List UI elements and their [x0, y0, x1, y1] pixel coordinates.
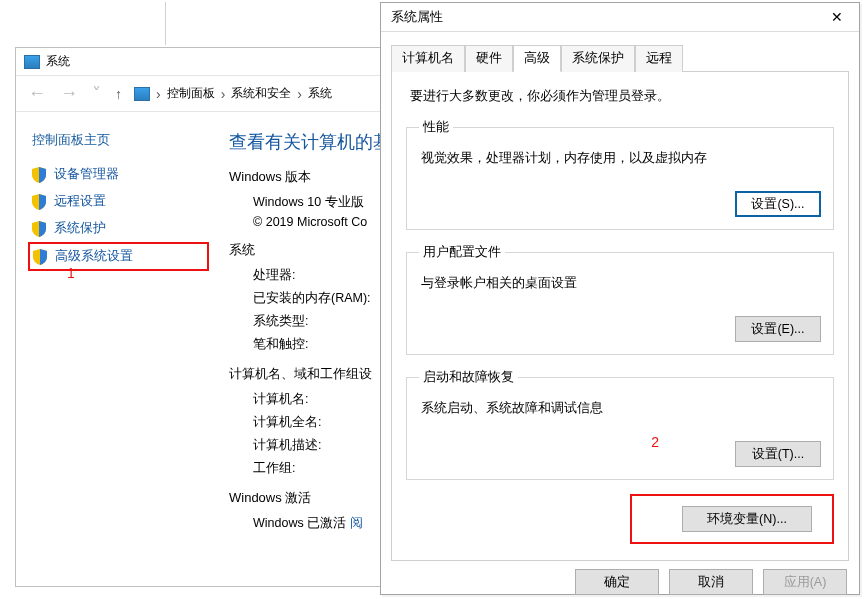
- label-system-type: 系统类型:: [253, 313, 391, 330]
- left-pane: 控制面板主页 设备管理器 远程设置: [16, 112, 221, 536]
- shield-icon: [32, 194, 46, 210]
- close-icon: ✕: [831, 9, 843, 25]
- system-icon: [24, 55, 40, 69]
- label-installed-ram: 已安装的内存(RAM):: [253, 290, 391, 307]
- nav-forward-icon[interactable]: →: [56, 83, 82, 104]
- address-icon: [134, 87, 150, 101]
- chevron-right-icon: ›: [156, 86, 161, 102]
- nav-back-icon[interactable]: ←: [24, 83, 50, 104]
- group-startup-recovery: 启动和故障恢复 系统启动、系统故障和调试信息 设置(T)...: [406, 369, 834, 480]
- sidebar-item-system-protection[interactable]: 系统保护: [28, 215, 209, 242]
- group-startup-recovery-legend: 启动和故障恢复: [419, 369, 518, 386]
- section-activation: Windows 激活: [229, 489, 391, 507]
- copyright-text: © 2019 Microsoft Co: [253, 215, 391, 229]
- address-bar[interactable]: › 控制面板 › 系统和安全 › 系统: [134, 85, 332, 102]
- shield-icon: [33, 249, 47, 265]
- sidebar-item-advanced-system-settings[interactable]: 高级系统设置: [28, 242, 209, 271]
- page-title: 查看有关计算机的基: [229, 130, 391, 154]
- group-performance-desc: 视觉效果，处理器计划，内存使用，以及虚拟内存: [421, 150, 821, 167]
- tab-computer-name[interactable]: 计算机名: [391, 45, 465, 72]
- label-processor: 处理器:: [253, 267, 391, 284]
- group-startup-recovery-desc: 系统启动、系统故障和调试信息: [421, 400, 821, 417]
- dialog-title: 系统属性: [391, 9, 443, 26]
- windows-edition-value: Windows 10 专业版: [253, 194, 391, 211]
- group-user-profiles-legend: 用户配置文件: [419, 244, 505, 261]
- annotation-box-2: 环境变量(N)...: [630, 494, 834, 544]
- label-workgroup: 工作组:: [253, 460, 391, 477]
- label-pen-touch: 笔和触控:: [253, 336, 391, 353]
- sidebar-item-label: 系统保护: [54, 220, 106, 237]
- sidebar-item-remote-settings[interactable]: 远程设置: [28, 188, 209, 215]
- system-properties-dialog: 系统属性 ✕ 计算机名 硬件 高级 系统保护 远程 要进行大多数更改，你必须作为…: [380, 2, 860, 595]
- group-performance: 性能 视觉效果，处理器计划，内存使用，以及虚拟内存 设置(S)...: [406, 119, 834, 230]
- chevron-right-icon: ›: [297, 86, 302, 102]
- tab-remote[interactable]: 远程: [635, 45, 683, 72]
- startup-recovery-settings-button[interactable]: 设置(T)...: [735, 441, 821, 467]
- sidebar-item-label: 设备管理器: [54, 166, 119, 183]
- left-pane-heading[interactable]: 控制面板主页: [32, 132, 209, 149]
- annotation-2: 2: [651, 434, 659, 450]
- environment-variables-button[interactable]: 环境变量(N)...: [682, 506, 812, 532]
- cancel-button[interactable]: 取消: [669, 569, 753, 595]
- label-computer-description: 计算机描述:: [253, 437, 391, 454]
- sidebar-item-label: 远程设置: [54, 193, 106, 210]
- ok-button[interactable]: 确定: [575, 569, 659, 595]
- chevron-right-icon: ›: [221, 86, 226, 102]
- performance-settings-button[interactable]: 设置(S)...: [735, 191, 821, 217]
- annotation-1: 1: [67, 265, 75, 281]
- shield-icon: [32, 221, 46, 237]
- breadcrumb[interactable]: 系统: [308, 85, 332, 102]
- sidebar-item-label: 高级系统设置: [55, 248, 133, 265]
- tab-pane-advanced: 要进行大多数更改，你必须作为管理员登录。 性能 视觉效果，处理器计划，内存使用，…: [391, 71, 849, 561]
- section-computer-name: 计算机名、域和工作组设: [229, 365, 391, 383]
- dialog-tabs: 计算机名 硬件 高级 系统保护 远程: [391, 44, 849, 71]
- dialog-footer: 确定 取消 应用(A): [381, 561, 859, 595]
- label-computer-name: 计算机名:: [253, 391, 391, 408]
- environment-variables-row: 环境变量(N)...: [406, 494, 834, 544]
- breadcrumb[interactable]: 系统和安全: [231, 85, 291, 102]
- label-full-computer-name: 计算机全名:: [253, 414, 391, 431]
- tab-system-protection[interactable]: 系统保护: [561, 45, 635, 72]
- group-user-profiles: 用户配置文件 与登录帐户相关的桌面设置 设置(E)...: [406, 244, 834, 355]
- activation-status-text: Windows 已激活: [253, 516, 350, 530]
- close-button[interactable]: ✕: [815, 3, 859, 31]
- user-profiles-settings-button[interactable]: 设置(E)...: [735, 316, 821, 342]
- breadcrumb[interactable]: 控制面板: [167, 85, 215, 102]
- shield-icon: [32, 167, 46, 183]
- tab-hardware[interactable]: 硬件: [465, 45, 513, 72]
- activation-link[interactable]: 阅: [350, 516, 363, 530]
- section-system: 系统: [229, 241, 391, 259]
- dialog-titlebar: 系统属性 ✕: [381, 3, 859, 32]
- activation-status: Windows 已激活 阅: [253, 515, 391, 532]
- nav-recent-icon[interactable]: ˅: [88, 83, 105, 105]
- group-performance-legend: 性能: [419, 119, 453, 136]
- content-pane: 查看有关计算机的基 Windows 版本 Windows 10 专业版 © 20…: [221, 112, 391, 536]
- group-user-profiles-desc: 与登录帐户相关的桌面设置: [421, 275, 821, 292]
- admin-note: 要进行大多数更改，你必须作为管理员登录。: [410, 88, 834, 105]
- window-edge-artifact: [165, 2, 166, 45]
- section-windows-edition: Windows 版本: [229, 168, 391, 186]
- sidebar-item-device-manager[interactable]: 设备管理器: [28, 161, 209, 188]
- nav-up-icon[interactable]: ↑: [111, 86, 126, 102]
- system-window-title: 系统: [46, 53, 70, 70]
- apply-button[interactable]: 应用(A): [763, 569, 847, 595]
- tab-advanced[interactable]: 高级: [513, 45, 561, 72]
